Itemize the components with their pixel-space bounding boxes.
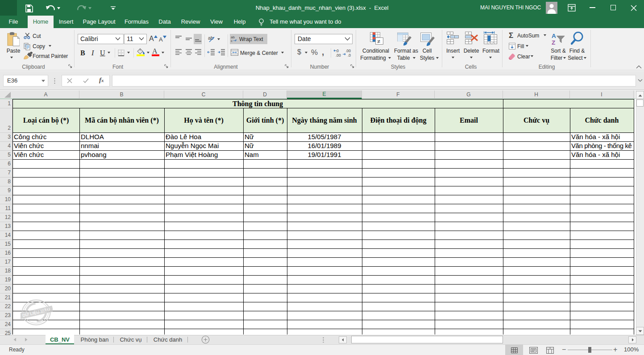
svg-text:A: A [552, 33, 556, 39]
svg-text:≠: ≠ [378, 38, 381, 45]
svg-text:Z: Z [552, 39, 555, 45]
svg-text:ab: ab [208, 35, 213, 41]
svg-text:c: c [231, 39, 233, 42]
svg-text:DỮ LIỆU MẪU: DỮ LIỆU MẪU [22, 307, 50, 318]
